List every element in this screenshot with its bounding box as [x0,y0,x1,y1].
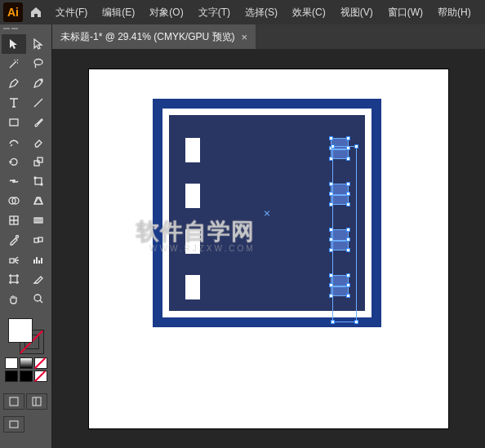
scale-tool[interactable] [26,152,51,171]
selection-tool[interactable] [2,34,26,54]
svg-rect-16 [10,259,14,263]
shaper-tool[interactable] [2,132,26,152]
selected-object-2[interactable] [331,184,349,205]
blend-tool[interactable] [26,230,51,250]
type-tool[interactable] [2,93,26,113]
svg-point-0 [34,60,42,65]
perspective-tool[interactable] [26,191,51,211]
menu-select[interactable]: 选择(S) [238,2,284,23]
selected-object-4[interactable] [331,275,349,296]
eraser-tool[interactable] [26,132,51,152]
pen-tool[interactable] [2,73,26,93]
swatch-none[interactable] [34,370,47,382]
menubar: Ai 文件(F) 编辑(E) 对象(O) 文字(T) 选择(S) 效果(C) 视… [0,0,485,24]
svg-rect-3 [34,161,39,166]
hand-tool[interactable] [2,289,26,308]
white-rect-2[interactable] [185,184,200,208]
white-rect-4[interactable] [185,275,200,299]
paintbrush-tool[interactable] [26,113,51,132]
svg-rect-17 [11,276,17,282]
artboard-tool[interactable] [2,269,26,289]
zoom-tool[interactable] [26,289,51,308]
lasso-tool[interactable] [26,54,51,73]
tools-panel [0,24,52,448]
artboard[interactable]: 软件自学网 WWW.RJZXW.COM [89,69,448,428]
menu-object[interactable]: 对象(O) [143,2,189,23]
selection-center-icon [264,210,270,216]
menu-view[interactable]: 视图(V) [334,2,380,23]
curvature-tool[interactable] [26,73,51,93]
rectangle-tool[interactable] [2,113,26,132]
eyedropper-tool[interactable] [2,230,26,250]
svg-rect-15 [38,237,42,242]
canvas[interactable]: 软件自学网 WWW.RJZXW.COM [52,49,485,448]
svg-point-1 [41,79,42,81]
menu-window[interactable]: 窗口(W) [381,2,429,23]
app-logo: Ai [3,2,23,22]
svg-rect-4 [38,157,42,162]
fill-stroke-swatch[interactable] [8,318,44,354]
draw-behind-button[interactable] [26,393,47,410]
selected-object-3[interactable] [331,229,349,251]
svg-rect-21 [10,421,18,428]
color-mode-none[interactable] [34,357,47,369]
free-transform-tool[interactable] [26,171,51,191]
mesh-tool[interactable] [2,211,26,230]
selected-object-1[interactable] [331,138,349,159]
rotate-tool[interactable] [2,152,26,171]
document-tab-title: 未标题-1* @ 29.41% (CMYK/GPU 预览) [60,30,235,44]
color-mode-solid[interactable] [5,357,18,369]
svg-rect-6 [35,178,42,184]
artwork-inner-frame[interactable] [162,109,372,317]
svg-rect-14 [34,238,38,242]
close-tab-icon[interactable]: × [242,31,248,43]
svg-point-13 [16,236,19,238]
color-mode-gradient[interactable] [20,357,33,369]
swatch-black[interactable] [5,370,18,382]
symbol-sprayer-tool[interactable] [2,250,26,269]
home-icon[interactable] [29,6,42,19]
fill-swatch[interactable] [8,318,33,343]
menu-type[interactable]: 文字(T) [192,2,237,23]
svg-point-18 [34,295,41,301]
draw-normal-button[interactable] [3,393,24,410]
screen-mode-button[interactable] [3,416,24,432]
direct-selection-tool[interactable] [26,34,51,54]
artwork-outer-square[interactable] [153,99,381,327]
shape-builder-tool[interactable] [2,191,26,211]
line-tool[interactable] [26,93,51,113]
menu-edit[interactable]: 编辑(E) [96,2,141,23]
menu-effect[interactable]: 效果(C) [286,2,332,23]
menu-help[interactable]: 帮助(H) [431,2,478,23]
white-rect-3[interactable] [185,229,200,254]
swatch-black-2[interactable] [20,370,33,382]
white-rect-1[interactable] [185,138,200,162]
svg-rect-20 [33,397,41,406]
width-tool[interactable] [2,171,26,191]
slice-tool[interactable] [26,269,51,289]
gradient-tool[interactable] [26,211,51,230]
magic-wand-tool[interactable] [2,54,26,73]
svg-rect-2 [10,119,18,126]
document-tabbar: 未标题-1* @ 29.41% (CMYK/GPU 预览) × [52,24,485,49]
document-tab[interactable]: 未标题-1* @ 29.41% (CMYK/GPU 预览) × [52,24,256,49]
column-graph-tool[interactable] [26,250,51,269]
menu-file[interactable]: 文件(F) [49,2,94,23]
svg-rect-19 [10,397,18,406]
